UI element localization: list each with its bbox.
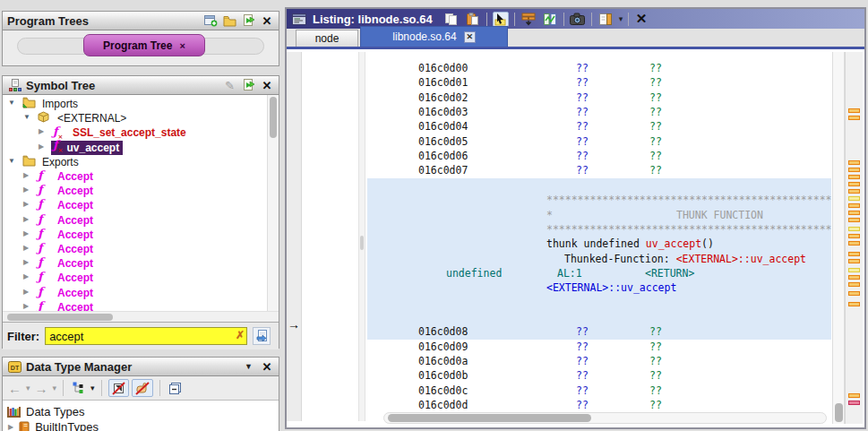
filter-options-button[interactable] [253, 327, 271, 345]
listing-field[interactable]: 016c0d0c [418, 384, 468, 397]
change-marker[interactable] [848, 275, 860, 280]
close-panel-icon[interactable]: ✕ [260, 360, 274, 374]
expander-collapsed-icon[interactable]: ▶ [23, 171, 29, 179]
expander-collapsed-icon[interactable]: ▶ [23, 302, 29, 310]
change-marker[interactable] [848, 182, 860, 186]
listing-line[interactable]: 016c0d08???? [367, 324, 831, 340]
selected-symbol-highlight[interactable]: ƒ×uv_accept [51, 141, 123, 155]
listing-splitter[interactable] [358, 52, 365, 421]
listing-field[interactable]: ?? [649, 340, 662, 353]
listing-field[interactable]: ?? [649, 369, 662, 382]
symbol-tree-row-accept[interactable]: ▶ƒAccept [3, 286, 267, 300]
change-marker[interactable] [848, 189, 860, 194]
change-marker[interactable] [848, 302, 860, 306]
listing-field[interactable]: 016c0d06 [418, 150, 468, 162]
listing-field[interactable]: 016c0d00 [418, 62, 468, 74]
symbol-tree-row-accept[interactable]: ▶ƒAccept [3, 271, 267, 285]
builtintypes-row[interactable]: ▶ BuiltInTypes [8, 419, 99, 431]
associations-caret-icon[interactable]: ▾ [90, 384, 95, 392]
change-marker[interactable] [848, 203, 860, 208]
program-tree-tab[interactable]: Program Tree × [83, 34, 205, 56]
listing-line[interactable]: 016c0d0d???? [367, 398, 831, 413]
symbol-tree-row-accept[interactable]: ▶ƒAccept [3, 213, 267, 228]
expander-collapsed-icon[interactable]: ▶ [23, 258, 29, 266]
listing-field[interactable]: ?? [649, 355, 662, 367]
listing-line[interactable]: ****************************************… [367, 193, 831, 208]
listing-horizontal-scrollbar[interactable] [383, 412, 827, 424]
change-marker[interactable] [848, 268, 860, 272]
expander-collapsed-icon[interactable]: ▶ [23, 288, 29, 296]
toggle-view-icon[interactable] [241, 13, 256, 28]
expander-collapsed-icon[interactable]: ▶ [23, 200, 29, 208]
listing-field[interactable]: ?? [576, 164, 589, 177]
listing-field[interactable]: ****************************************… [546, 194, 831, 206]
expander-collapsed-icon[interactable]: ▶ [23, 185, 29, 194]
listing-field[interactable]: 016c0d01 [418, 76, 468, 89]
change-marker[interactable] [848, 259, 860, 263]
symbol-tree-row-accept[interactable]: ▶ƒAccept [3, 256, 267, 271]
listing-line[interactable]: 016c0d07???? [367, 163, 831, 178]
open-folder-icon[interactable] [222, 13, 237, 28]
listing-field[interactable]: ?? [576, 135, 589, 148]
clear-filter-icon[interactable]: ✗ [236, 329, 245, 341]
listing-field[interactable]: ?? [649, 399, 662, 411]
expander-collapsed-icon[interactable]: ▶ [23, 272, 29, 280]
listing-field[interactable]: ?? [649, 164, 662, 177]
close-listing-icon[interactable]: ✕ [634, 11, 649, 27]
change-marker[interactable] [848, 218, 860, 222]
listing-field[interactable]: 016c0d0d [418, 399, 468, 411]
listing-field[interactable]: * [546, 209, 553, 221]
listing-field[interactable]: ?? [649, 325, 662, 338]
listing-field[interactable]: <RETURN> [645, 267, 694, 280]
snapshot-camera-icon[interactable] [570, 12, 586, 27]
cursor-location-toggle-button[interactable] [493, 12, 509, 27]
listing-line[interactable]: 016c0d01???? [367, 75, 831, 91]
change-marker[interactable] [848, 116, 860, 120]
listing-line[interactable] [367, 296, 831, 311]
expander-collapsed-icon[interactable]: ▶ [8, 423, 13, 431]
tab-node[interactable]: node [296, 30, 358, 47]
listing-field[interactable]: thunk undefined uv_accept() [546, 237, 714, 250]
listing-field[interactable]: ?? [649, 91, 662, 104]
format-caret-icon[interactable]: ▾ [619, 14, 623, 23]
listing-line[interactable]: 016c0d0c???? [367, 384, 831, 399]
back-arrow-caret-icon[interactable]: ▾ [26, 384, 30, 392]
toggle-fields-icon[interactable] [520, 12, 537, 27]
listing-field[interactable]: ?? [576, 369, 589, 382]
symbol-tree-row-accept[interactable]: ▶ƒAccept [3, 242, 267, 256]
change-marker[interactable] [848, 175, 860, 179]
listing-line[interactable]: Thunked-Function: <EXTERNAL>::uv_accept [367, 252, 831, 267]
listing-line[interactable]: 016c0d04???? [367, 119, 831, 134]
diff-view-icon[interactable] [542, 12, 558, 27]
toggle-view-icon[interactable] [241, 78, 256, 92]
listing-line[interactable]: 016c0d02???? [367, 91, 831, 106]
listing-field[interactable]: ?? [649, 150, 662, 162]
symbol-tree-row-accept[interactable]: ▶ƒAccept [3, 198, 267, 212]
symbol-tree-row-accept[interactable]: ▶ƒAccept [3, 300, 267, 311]
symbol-tree-row-accept[interactable]: ▶ƒAccept [3, 169, 267, 184]
listing-line[interactable]: undefinedAL:1<RETURN> [367, 266, 831, 281]
tab-close-icon[interactable]: ✕ [464, 31, 476, 43]
back-arrow-button[interactable]: ← [6, 379, 23, 397]
new-program-tree-icon[interactable] [203, 13, 219, 28]
listing-line[interactable]: 016c0d06???? [367, 149, 831, 164]
listing-field[interactable]: ****************************************… [546, 223, 831, 236]
listing-field[interactable]: ?? [576, 62, 589, 74]
change-marker[interactable] [848, 108, 860, 113]
listing-line[interactable]: 016c0d05???? [367, 134, 831, 150]
listing-line[interactable]: *THUNK FUNCTION [367, 208, 831, 223]
symbol-tree-row-accept[interactable]: ▶ƒAccept [3, 228, 267, 242]
symbol-tree-row--external-[interactable]: ▼<EXTERNAL> [3, 111, 267, 125]
expander-open-icon[interactable]: ▼ [23, 113, 30, 121]
listing-field[interactable]: ?? [576, 399, 589, 411]
listing-field[interactable]: ?? [576, 120, 589, 133]
listing-field[interactable]: ?? [649, 135, 662, 148]
listing-field[interactable]: 016c0d04 [418, 120, 468, 133]
listing-field[interactable]: 016c0d0b [418, 369, 468, 382]
scrollbar-thumb[interactable] [7, 314, 113, 321]
listing-format-panel-icon[interactable] [597, 12, 614, 27]
symbol-tree-horizontal-scrollbar[interactable] [3, 311, 279, 322]
expander-collapsed-icon[interactable]: ▶ [39, 142, 44, 151]
expander-collapsed-icon[interactable]: ▶ [23, 215, 29, 223]
close-panel-icon[interactable]: ✕ [260, 79, 274, 92]
